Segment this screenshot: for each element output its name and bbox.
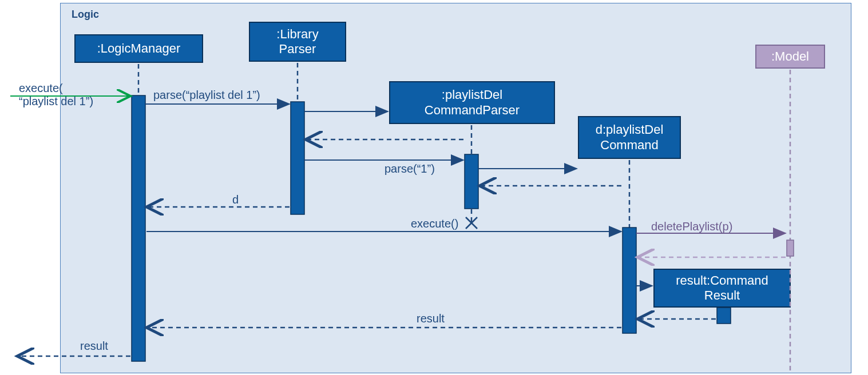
- msg-parse-one: parse(“1”): [385, 162, 435, 175]
- msg-d: d: [232, 193, 239, 206]
- svg-rect-9: [465, 154, 478, 209]
- msg-deleteplaylist: deletePlaylist(p): [651, 220, 732, 233]
- svg-rect-8: [291, 102, 304, 214]
- msg-parse-full: parse(“playlist del 1”): [153, 89, 260, 102]
- msg-result-out: result: [80, 340, 108, 353]
- msg-result-return: result: [417, 312, 445, 325]
- svg-rect-10: [623, 228, 636, 333]
- msg-execute: execute(): [411, 217, 458, 230]
- svg-rect-12: [787, 240, 794, 256]
- svg-rect-11: [717, 308, 731, 324]
- svg-rect-7: [132, 95, 145, 361]
- msg-entry: execute( “playlist del 1”): [19, 82, 93, 108]
